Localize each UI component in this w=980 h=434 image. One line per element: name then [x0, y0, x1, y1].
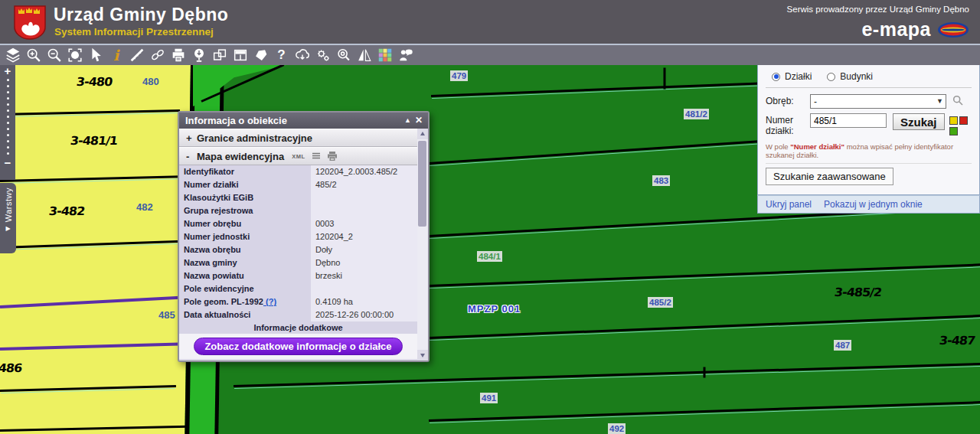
map-parcel-label: 3-480 [76, 74, 113, 88]
copy-window-icon[interactable] [209, 45, 230, 65]
obreb-selected-value: - [814, 96, 817, 107]
attribute-value: 485/2 [311, 178, 417, 191]
section-granice[interactable]: + Granice administracyjne [179, 129, 417, 147]
szukaj-button[interactable]: Szukaj [893, 113, 945, 130]
layers-icon[interactable] [2, 45, 23, 65]
numer-dzialki-input[interactable] [810, 113, 887, 128]
map-parcel-label: 3-487 [939, 333, 975, 347]
settings-icon[interactable] [312, 45, 333, 65]
obreb-select[interactable]: - ▼ [810, 94, 946, 109]
zoom-in-button[interactable]: + [5, 65, 11, 77]
parcel-boundary-line [429, 401, 980, 422]
attribute-label: Numer obrębu [179, 217, 311, 230]
gmina-crest-logo [13, 3, 47, 41]
zoom-level-dot[interactable] [7, 103, 9, 106]
close-icon[interactable]: ✕ [415, 113, 423, 129]
search-zoom-icon[interactable] [333, 45, 354, 65]
attribute-value: brzeski [311, 269, 417, 282]
minimize-icon[interactable]: ▲ [404, 113, 411, 129]
zoom-level-dot[interactable] [7, 122, 9, 124]
radio-budynki[interactable] [827, 73, 835, 81]
map-parcel-label: 3-482 [48, 204, 85, 217]
attribute-label: Nazwa obrębu [179, 243, 311, 256]
map-parcel-label: 485 [158, 309, 175, 321]
zoom-bar: + − [0, 65, 15, 180]
zoom-level-dot[interactable] [7, 85, 9, 87]
polygon-icon[interactable] [250, 45, 271, 65]
zoom-out-button[interactable]: − [5, 157, 11, 168]
section-mapa-ewidencyjna[interactable]: - Mapa ewidencyjna XML [179, 147, 417, 165]
help-icon[interactable]: ? [271, 45, 292, 65]
scrollbar-thumb[interactable] [418, 141, 426, 227]
zoom-level-dot[interactable] [7, 97, 9, 100]
table-row: Numer obrębu0003 [179, 217, 417, 230]
mirror-icon[interactable] [354, 45, 374, 65]
measure-icon[interactable] [126, 45, 147, 65]
zoom-level-dot[interactable] [7, 79, 9, 81]
print-icon[interactable] [168, 45, 188, 65]
table-row: Pole ewidencyjne [179, 282, 417, 295]
scroll-up-icon[interactable] [417, 129, 428, 139]
attribute-label: Nazwa gminy [179, 256, 311, 269]
parcel-boundary-line [234, 363, 980, 387]
attribute-label: Data aktualności [179, 308, 311, 321]
attribute-label: Grupa rejestrowa [179, 204, 311, 217]
layout-icon[interactable] [230, 45, 250, 65]
radio-dzialki-label[interactable]: Działki [785, 71, 812, 82]
info-icon[interactable]: i [106, 45, 126, 65]
zoom-level-dot[interactable] [7, 134, 9, 136]
radio-budynki-label[interactable]: Budynki [840, 71, 873, 82]
zoom-in-icon[interactable] [23, 45, 44, 65]
zoom-out-icon[interactable] [44, 45, 64, 65]
attribute-value: 0003 [311, 217, 417, 230]
extra-info-header: Informacje dodatkowe [179, 321, 417, 334]
parcel-boundary-line [664, 68, 666, 90]
pointer-icon[interactable] [85, 45, 106, 65]
layers-tab-label: Warstwy [4, 188, 13, 222]
color-square-green[interactable] [949, 127, 958, 135]
popup-titlebar[interactable]: Informacja o obiekcie ▲ ✕ [179, 113, 428, 129]
geosystem-logo [937, 21, 969, 38]
popup-scrollbar[interactable] [417, 129, 428, 361]
color-square-yellow[interactable] [949, 116, 958, 125]
zoom-level-dot[interactable] [7, 146, 9, 148]
zoom-level-dot[interactable] [7, 109, 9, 112]
map-parcel-label: 3-485/2 [834, 285, 882, 299]
table-row: Klasoużytki EGiB [179, 191, 417, 204]
expand-arrow-icon: ▶ [5, 225, 10, 232]
full-extent-icon[interactable] [64, 45, 85, 65]
color-square-red[interactable] [959, 116, 968, 125]
numer-dzialki-label: Numer działki: [766, 113, 810, 136]
advanced-search-button[interactable]: Szukanie zaawansowane [766, 168, 893, 185]
zoom-level-dot[interactable] [7, 116, 9, 118]
map-parcel-label: 480 [142, 76, 159, 87]
xml-export-icon[interactable]: XML [292, 153, 305, 160]
attribute-value: 120204_2 [311, 230, 417, 243]
help-question-link[interactable]: (?) [263, 297, 276, 306]
scroll-down-icon[interactable] [417, 350, 428, 361]
zoom-level-dot[interactable] [7, 152, 9, 155]
obreb-search-icon[interactable] [952, 95, 963, 108]
zoom-level-dot[interactable] [7, 140, 9, 142]
link-icon[interactable] [147, 45, 168, 65]
expand-plus-icon: + [186, 132, 197, 144]
layers-panel-tab[interactable]: Warstwy ▶ [0, 183, 16, 253]
radio-dzialki[interactable] [772, 73, 780, 81]
hide-panel-link[interactable]: Ukryj panel [766, 199, 812, 210]
attribute-label: Klasoużytki EGiB [179, 191, 311, 204]
list-view-icon[interactable] [312, 152, 321, 161]
download-coordinates-icon[interactable] [188, 45, 209, 65]
panel-body: Działki Budynki Obręb: - ▼ Numer działki… [757, 64, 980, 195]
single-window-link[interactable]: Pokazuj w jednym oknie [824, 199, 923, 210]
toolbar: i ? [0, 44, 980, 65]
feedback-icon[interactable] [395, 45, 416, 65]
print-section-icon[interactable] [327, 152, 338, 161]
table-row: Pole geom. PL-1992 (?)0.4109 ha [179, 295, 417, 308]
cloud-download-icon[interactable] [292, 45, 312, 65]
extra-info-button[interactable]: Zobacz dodatkowe informacje o działce [194, 338, 402, 355]
table-row: Numer jednostki120204_2 [179, 230, 417, 243]
attribute-value [311, 204, 417, 217]
zoom-level-dot[interactable] [7, 128, 9, 130]
legend-icon[interactable] [374, 45, 395, 65]
zoom-level-dot[interactable] [7, 91, 9, 93]
